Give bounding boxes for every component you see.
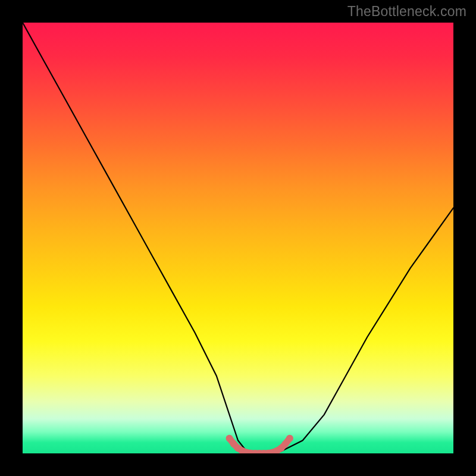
- plot-area: [23, 23, 453, 453]
- watermark-text: TheBottleneck.com: [347, 4, 466, 20]
- trough-dot: [226, 435, 233, 442]
- chart-frame: TheBottleneck.com: [0, 0, 476, 476]
- bottleneck-curve: [23, 23, 453, 453]
- trough-dot: [286, 435, 293, 442]
- trough-dots: [226, 435, 293, 453]
- trough-dot: [282, 440, 289, 447]
- chart-overlay: [23, 23, 453, 453]
